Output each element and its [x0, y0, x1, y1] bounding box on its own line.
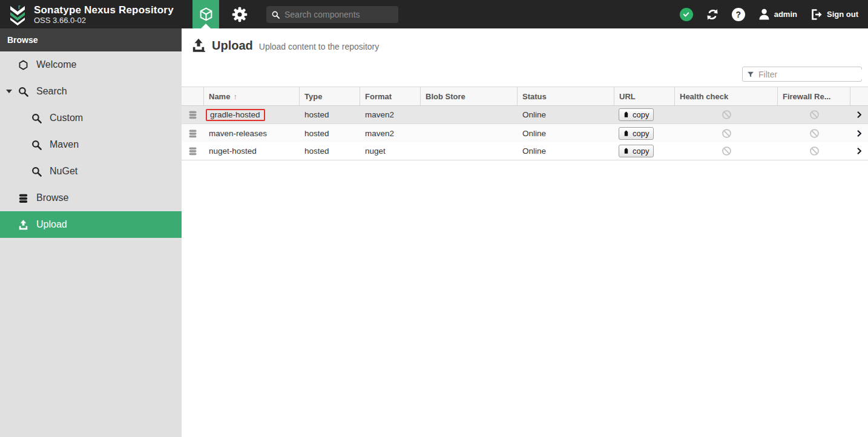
refresh-icon[interactable]	[706, 8, 719, 21]
system-status-icon[interactable]	[680, 8, 693, 21]
col-url[interactable]: URL	[614, 87, 675, 105]
repo-blob-store	[421, 124, 518, 142]
col-expand	[850, 87, 868, 105]
search-icon	[30, 112, 42, 124]
page-title: Upload	[212, 39, 253, 53]
copy-url-button[interactable]: copy	[619, 145, 654, 157]
firewall-disabled-icon	[809, 109, 820, 120]
database-icon	[17, 192, 29, 204]
repo-format: nuget	[360, 142, 421, 160]
col-format[interactable]: Format	[360, 87, 421, 105]
repository-icon	[188, 146, 198, 156]
sidebar-item-welcome[interactable]: Welcome	[0, 51, 182, 78]
user-name-label: admin	[774, 10, 797, 19]
chevron-right-icon[interactable]	[855, 129, 864, 138]
page-header: Upload Upload content to the repository	[191, 38, 379, 53]
table-row[interactable]: maven-releases hosted maven2 Online copy	[182, 124, 868, 142]
admin-gear-icon[interactable]	[231, 6, 248, 23]
chevron-right-icon[interactable]	[855, 146, 864, 156]
firewall-disabled-icon	[809, 145, 820, 157]
global-search	[266, 6, 398, 23]
top-header: r Sonatype Nexus Repository OSS 3.66.0-0…	[0, 0, 868, 28]
sidebar-item-label: NuGet	[50, 166, 77, 177]
upload-icon	[17, 218, 29, 231]
sidebar-item-browse[interactable]: Browse	[0, 185, 182, 211]
filter-input[interactable]	[758, 70, 868, 79]
sidebar-section-title: Browse	[0, 28, 182, 51]
sidebar-item-label: Custom	[50, 113, 83, 123]
health-check-disabled-icon	[721, 128, 732, 139]
filter-box	[742, 67, 862, 82]
cube-icon	[199, 7, 214, 22]
sidebar: Browse Welcome Search Custom Maven	[0, 28, 182, 437]
repository-icon	[188, 128, 198, 139]
nexus-app: r Sonatype Nexus Repository OSS 3.66.0-0…	[0, 0, 868, 437]
repo-format: maven2	[360, 124, 421, 142]
table-row[interactable]: nuget-hosted hosted nuget Online copy	[182, 142, 868, 160]
hexagon-icon	[17, 59, 29, 71]
repo-name: nuget-hosted	[204, 142, 300, 160]
col-icon	[182, 87, 204, 105]
col-health-check[interactable]: Health check	[675, 87, 778, 105]
copy-url-button[interactable]: copy	[619, 127, 654, 140]
active-tab-notch	[201, 24, 211, 28]
sidebar-item-nuget[interactable]: NuGet	[0, 158, 182, 185]
firewall-disabled-icon	[809, 128, 820, 139]
health-check-disabled-icon	[721, 145, 732, 157]
repository-icon	[188, 110, 198, 120]
sonatype-logo-icon: r	[6, 3, 29, 26]
sidebar-item-label: Upload	[36, 219, 67, 230]
table-row[interactable]: gradle-hosted hosted maven2 Online copy	[182, 106, 868, 124]
help-icon[interactable]: ?	[732, 8, 745, 21]
browse-mode-tab[interactable]	[192, 0, 219, 28]
sidebar-item-upload[interactable]: Upload	[0, 211, 182, 238]
clipboard-icon	[622, 147, 630, 155]
repo-format: maven2	[360, 106, 421, 123]
main-content: Upload Upload content to the repository …	[182, 28, 868, 437]
filter-funnel-icon	[746, 70, 755, 79]
user-icon	[758, 8, 771, 21]
sort-ascending-icon: ↑	[233, 92, 237, 101]
sign-out-icon	[810, 8, 823, 21]
help-glyph: ?	[735, 10, 741, 19]
search-icon	[17, 85, 29, 97]
brand: r Sonatype Nexus Repository OSS 3.66.0-0…	[6, 3, 174, 26]
sidebar-item-custom[interactable]: Custom	[0, 105, 182, 131]
search-icon	[271, 10, 280, 19]
repo-name: maven-releases	[204, 124, 300, 142]
sidebar-item-label: Search	[36, 86, 67, 97]
repo-type: hosted	[300, 142, 360, 160]
copy-url-button[interactable]: copy	[619, 108, 654, 121]
col-blob-store[interactable]: Blob Store	[421, 87, 518, 105]
repo-type: hosted	[300, 106, 360, 123]
col-name[interactable]: Name ↑	[204, 87, 300, 105]
health-check-disabled-icon	[721, 109, 732, 120]
sidebar-item-maven[interactable]: Maven	[0, 131, 182, 158]
repo-status: Online	[518, 106, 614, 123]
repo-name: gradle-hosted	[210, 110, 260, 119]
repo-status: Online	[518, 124, 614, 142]
col-type[interactable]: Type	[300, 87, 360, 105]
clipboard-icon	[622, 111, 630, 119]
search-icon	[30, 139, 42, 151]
sign-out-button[interactable]: Sign out	[810, 8, 858, 21]
repository-table: Name ↑ Type Format Blob Store Status URL…	[182, 87, 868, 160]
sidebar-item-label: Browse	[36, 192, 68, 203]
user-menu[interactable]: admin	[758, 8, 797, 21]
table-header-row: Name ↑ Type Format Blob Store Status URL…	[182, 87, 868, 106]
repo-status: Online	[518, 142, 614, 160]
search-components-input[interactable]	[284, 10, 394, 19]
chevron-down-icon[interactable]	[6, 90, 17, 93]
chevron-right-icon[interactable]	[855, 110, 864, 119]
sidebar-item-search[interactable]: Search	[0, 78, 182, 105]
col-status[interactable]: Status	[518, 87, 614, 105]
col-firewall[interactable]: Firewall Re...	[778, 87, 850, 105]
sign-out-label: Sign out	[827, 10, 858, 19]
page-subtitle: Upload content to the repository	[259, 40, 379, 51]
upload-icon	[191, 38, 206, 53]
sidebar-item-label: Welcome	[36, 59, 76, 70]
clipboard-icon	[622, 130, 630, 137]
brand-title: Sonatype Nexus Repository	[34, 4, 174, 16]
brand-version: OSS 3.66.0-02	[34, 16, 174, 25]
sidebar-item-label: Maven	[50, 139, 79, 150]
